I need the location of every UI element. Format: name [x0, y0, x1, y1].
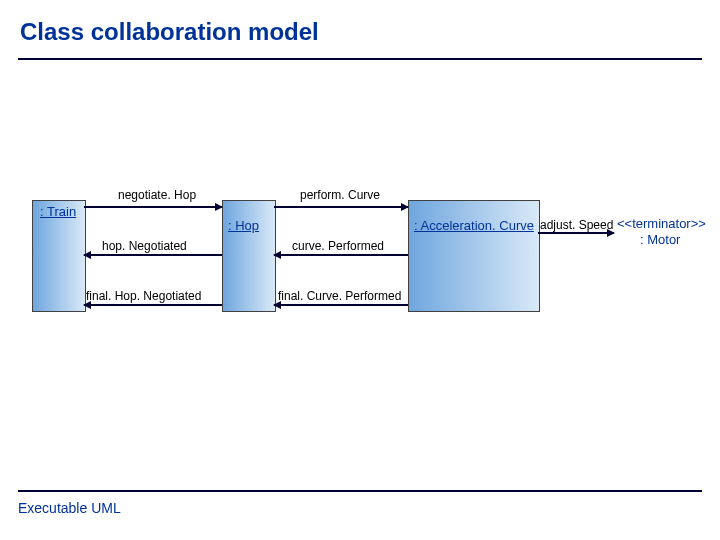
object-accel-box	[408, 200, 540, 312]
object-hop-label: : Hop	[228, 218, 259, 233]
title-rule	[18, 58, 702, 60]
msg-negotiateHop: negotiate. Hop	[118, 188, 196, 202]
msg-adjustSpeed: adjust. Speed	[540, 218, 613, 232]
arrow-finalHopNegotiated	[84, 304, 222, 306]
arrow-finalCurvePerformed	[274, 304, 408, 306]
object-accel-label: : Acceleration. Curve	[414, 218, 534, 233]
arrow-negotiateHop	[84, 206, 222, 208]
page-title: Class collaboration model	[20, 18, 319, 46]
object-motor-stereotype: <<terminator>>	[617, 216, 706, 231]
arrow-hopNegotiated	[84, 254, 222, 256]
object-train-label: : Train	[40, 204, 76, 219]
arrow-adjustSpeed	[538, 232, 614, 234]
arrow-performCurve	[274, 206, 408, 208]
msg-curvePerformed: curve. Performed	[292, 239, 384, 253]
msg-finalHopNegotiated: final. Hop. Negotiated	[86, 289, 201, 303]
msg-performCurve: perform. Curve	[300, 188, 380, 202]
msg-hopNegotiated: hop. Negotiated	[102, 239, 187, 253]
arrow-curvePerformed	[274, 254, 408, 256]
object-motor-label: : Motor	[640, 232, 680, 247]
footer-rule	[18, 490, 702, 492]
footer-text: Executable UML	[18, 500, 121, 516]
slide-root: { "title": "Class collaboration model", …	[0, 0, 720, 540]
object-hop-box	[222, 200, 276, 312]
msg-finalCurvePerformed: final. Curve. Performed	[278, 289, 401, 303]
